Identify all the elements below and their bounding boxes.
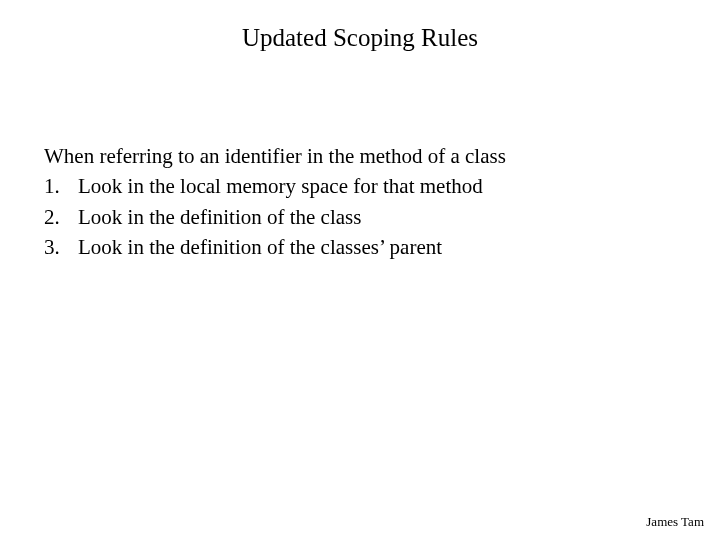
list-text: Look in the definition of the classes’ p…: [78, 233, 483, 263]
list-number: 2.: [44, 203, 78, 233]
list-item: 2. Look in the definition of the class: [44, 203, 483, 233]
slide: Updated Scoping Rules When referring to …: [0, 0, 720, 540]
intro-text: When referring to an identifier in the m…: [44, 142, 676, 170]
ordered-list: 1. Look in the local memory space for th…: [44, 172, 483, 263]
list-text: Look in the definition of the class: [78, 203, 483, 233]
list-number: 1.: [44, 172, 78, 202]
slide-body: When referring to an identifier in the m…: [44, 142, 676, 263]
list-text: Look in the local memory space for that …: [78, 172, 483, 202]
list-number: 3.: [44, 233, 78, 263]
slide-title: Updated Scoping Rules: [0, 24, 720, 52]
footer-author: James Tam: [646, 514, 704, 530]
list-item: 3. Look in the definition of the classes…: [44, 233, 483, 263]
list-item: 1. Look in the local memory space for th…: [44, 172, 483, 202]
